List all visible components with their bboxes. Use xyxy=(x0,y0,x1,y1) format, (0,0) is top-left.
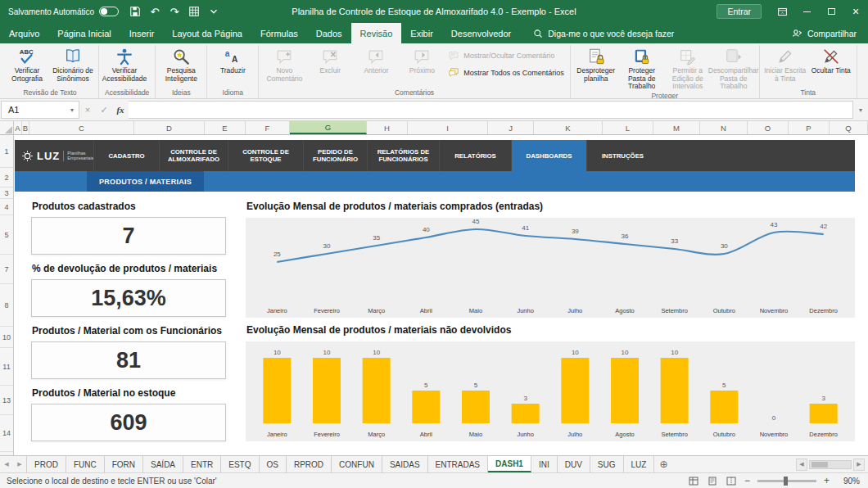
insert-function-icon[interactable]: fx xyxy=(112,105,129,115)
column-header-f[interactable]: F xyxy=(246,121,290,134)
iniciar-escrita-a-tinta-button[interactable]: Iniciar Escrita à Tinta xyxy=(762,45,808,83)
column-header-m[interactable]: M xyxy=(653,121,700,134)
ribbon-tab-dados[interactable]: Dados xyxy=(307,23,351,43)
column-header-a[interactable]: A xyxy=(14,121,22,134)
save-icon[interactable] xyxy=(125,2,145,21)
pesquisa-inteligente-button[interactable]: Pesquisa Inteligente xyxy=(158,45,204,83)
column-header-n[interactable]: N xyxy=(700,121,748,134)
name-box[interactable]: A1 ▾ xyxy=(1,101,79,119)
zoom-out-icon[interactable]: − xyxy=(744,475,750,486)
permitir-a-edicao-de-intervalos-button[interactable]: Permitir a Edição de Intervalos xyxy=(665,45,711,91)
zoom-slider[interactable] xyxy=(757,480,816,482)
autosave-toggle[interactable] xyxy=(99,7,119,16)
zoom-slider-thumb[interactable] xyxy=(784,477,788,486)
mostrar-ocultar-comentario-button[interactable]: Mostrar/Ocultar Comentário xyxy=(448,50,563,61)
tab-scroll-right-icon[interactable]: ▶ xyxy=(13,456,26,472)
redo-icon[interactable]: ↷ xyxy=(165,2,184,21)
hscroll-right-icon[interactable]: ▶ xyxy=(853,459,865,471)
row-header-10[interactable]: 10 xyxy=(0,327,13,348)
name-box-dropdown-icon[interactable]: ▾ xyxy=(66,106,79,114)
page-break-view-icon[interactable] xyxy=(726,476,737,486)
column-header-p[interactable]: P xyxy=(789,121,830,134)
ribbon-tab-desenvolvedor[interactable]: Desenvolvedor xyxy=(442,23,520,43)
select-all-corner[interactable] xyxy=(0,121,14,134)
sheet-tab-confun[interactable]: CONFUN xyxy=(332,456,382,472)
formula-input[interactable] xyxy=(129,101,853,119)
formula-bar-expand-icon[interactable]: ▾ xyxy=(853,106,868,114)
anterior-button[interactable]: Anterior xyxy=(353,45,399,75)
ocultar-tinta-button[interactable]: Ocultar Tinta xyxy=(808,45,854,75)
excluir-button[interactable]: Excluir xyxy=(307,45,353,75)
ribbon-tab-layout-da-pagina[interactable]: Layout da Página xyxy=(163,23,251,43)
novo-comentario-button[interactable]: Novo Comentário xyxy=(261,45,307,83)
column-header-i[interactable]: I xyxy=(408,121,488,134)
verificar-ortografia-button[interactable]: ABCVerificar Ortografia xyxy=(4,45,50,83)
row-header-7[interactable]: 7 xyxy=(0,255,13,284)
sheet-tab-sug[interactable]: SUG xyxy=(590,456,624,472)
sheet-tab-forn[interactable]: FORN xyxy=(105,456,143,472)
ribbon-tab-inserir[interactable]: Inserir xyxy=(120,23,164,43)
column-header-k[interactable]: K xyxy=(534,121,603,134)
sheet-tab-saidas[interactable]: SAIDAS xyxy=(382,456,428,472)
sheet-tab-dash1[interactable]: DASH1 xyxy=(488,456,531,472)
traduzir-button[interactable]: aATraduzir xyxy=(210,45,255,75)
hscroll-left-icon[interactable]: ◀ xyxy=(796,459,807,471)
sheet-tab-duv[interactable]: DUV xyxy=(558,456,590,472)
ribbon-display-options-icon[interactable] xyxy=(770,0,794,23)
nav-item-instrucoes[interactable]: INSTRUÇÕES xyxy=(586,140,658,171)
sign-in-button[interactable]: Entrar xyxy=(717,4,762,19)
column-header-g[interactable]: G xyxy=(290,121,367,134)
row-header-8[interactable]: 8 xyxy=(0,284,13,327)
cancel-formula-icon[interactable]: × xyxy=(79,105,96,115)
nav-item-relatorios-de-funcionarios[interactable]: RELATÓRIOS DE FUNCIONÁRIOS xyxy=(367,140,439,171)
sheet-canvas[interactable]: LUZ Planilhas Empresariais CADASTROCONTR… xyxy=(14,135,868,455)
column-header-e[interactable]: E xyxy=(205,121,246,134)
descompartilhar-pasta-de-trabalho-button[interactable]: Descompartilhar Pasta de Trabalho xyxy=(711,45,757,91)
column-header-c[interactable]: C xyxy=(29,121,134,134)
column-header-h[interactable]: H xyxy=(367,121,408,134)
nav-item-controle-de-almoxarifado[interactable]: CONTROLE DE ALMOXARIFADO xyxy=(159,140,228,171)
hscroll-thumb[interactable] xyxy=(811,462,828,468)
row-header-5[interactable]: 5 xyxy=(0,215,13,255)
close-button[interactable]: × xyxy=(843,0,868,23)
nav-item-pedido-de-funcionario[interactable]: PEDIDO DE FUNCIONÁRIO xyxy=(303,140,367,171)
new-sheet-icon[interactable]: ⊕ xyxy=(654,456,672,472)
row-header-4[interactable]: 4 xyxy=(0,199,13,215)
sheet-tab-os[interactable]: OS xyxy=(260,456,287,472)
zoom-percentage[interactable]: 90% xyxy=(837,477,860,486)
undo-icon[interactable]: ↶ xyxy=(145,2,165,21)
share-button[interactable]: Compartilhar xyxy=(792,23,868,43)
ribbon-tab-exibir[interactable]: Exibir xyxy=(401,23,442,43)
ribbon-tab-pagina-inicial[interactable]: Página Inicial xyxy=(48,23,120,43)
tab-scroll-left-icon[interactable]: ◀ xyxy=(0,456,13,472)
sheet-tab-rprod[interactable]: RPROD xyxy=(287,456,332,472)
row-header-13[interactable]: 13 xyxy=(0,386,13,415)
ribbon-tab-revisao[interactable]: Revisão xyxy=(351,23,402,43)
row-header-3[interactable]: 3 xyxy=(0,188,13,199)
row-header-14[interactable]: 14 xyxy=(0,415,13,452)
column-header-q[interactable]: Q xyxy=(830,121,868,134)
tell-me-search[interactable]: Diga-me o que você deseja fazer xyxy=(533,23,674,43)
table-icon[interactable] xyxy=(184,2,204,21)
sheet-tab-estq[interactable]: ESTQ xyxy=(221,456,259,472)
column-header-o[interactable]: O xyxy=(748,121,789,134)
ribbon-tab-arquivo[interactable]: Arquivo xyxy=(0,23,48,43)
sheet-tab-saida[interactable]: SAÍDA xyxy=(143,456,183,472)
column-header-j[interactable]: J xyxy=(488,121,534,134)
desproteger-planilha-button[interactable]: Desproteger planilha xyxy=(573,45,619,83)
proteger-pasta-de-trabalho-button[interactable]: Proteger Pasta de Trabalho xyxy=(619,45,665,91)
proximo-button[interactable]: Próximo xyxy=(399,45,445,75)
verificar-acessibilidade-button[interactable]: Verificar Acessibilidade xyxy=(102,45,147,83)
sheet-tab-ini[interactable]: INI xyxy=(531,456,558,472)
ribbon-tab-formulas[interactable]: Fórmulas xyxy=(251,23,307,43)
minimize-button[interactable] xyxy=(794,0,819,23)
subtab-produtos-materiais[interactable]: PRODUTOS / MATERIAIS xyxy=(87,171,204,192)
dicionario-de-sinonimos-button[interactable]: Dicionário de Sinônimos xyxy=(50,45,96,83)
sheet-tab-entr[interactable]: ENTR xyxy=(183,456,221,472)
zoom-in-icon[interactable]: + xyxy=(824,475,830,486)
maximize-button[interactable] xyxy=(819,0,843,23)
nav-item-relatorios[interactable]: RELATÓRIOS xyxy=(439,140,511,171)
nav-item-cadastro[interactable]: CADASTRO xyxy=(93,140,159,171)
hscroll-track[interactable] xyxy=(809,460,852,469)
mostrar-todos-os-comentarios-button[interactable]: Mostrar Todos os Comentários xyxy=(448,67,563,79)
